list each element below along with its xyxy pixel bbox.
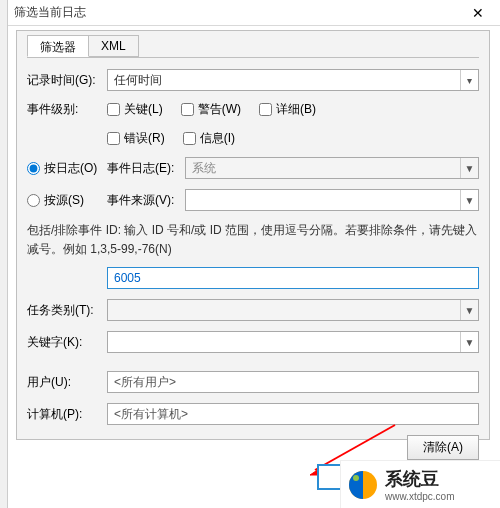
label-event-source: 事件来源(V): [107, 192, 185, 209]
watermark: 系统豆 www.xtdpc.com [340, 460, 500, 508]
radio-by-source[interactable]: 按源(S) [27, 192, 107, 209]
user-input[interactable]: <所有用户> [107, 371, 479, 393]
event-id-input[interactable]: 6005 [107, 267, 479, 289]
tab-xml[interactable]: XML [88, 35, 139, 57]
chk-critical[interactable]: 关键(L) [107, 101, 163, 118]
label-logged-time: 记录时间(G): [27, 72, 107, 89]
chevron-down-icon: ▼ [460, 332, 478, 352]
event-source-select[interactable]: ▼ [185, 189, 479, 211]
brand-name: 系统豆 [385, 467, 454, 491]
dialog-panel: 筛选器 XML 记录时间(G): 任何时间 ▾ 事件级别: 关键(L) 警告(W… [16, 30, 490, 440]
chk-information[interactable]: 信息(I) [183, 130, 235, 147]
radio-by-log[interactable]: 按日志(O) [27, 160, 107, 177]
task-category-select[interactable]: ▼ [107, 299, 479, 321]
close-button[interactable]: ✕ [456, 0, 500, 26]
close-icon: ✕ [472, 5, 484, 21]
chk-error[interactable]: 错误(R) [107, 130, 165, 147]
label-user: 用户(U): [27, 374, 107, 391]
label-event-level: 事件级别: [27, 101, 107, 118]
window-title: 筛选当前日志 [14, 4, 86, 21]
keywords-select[interactable]: ▼ [107, 331, 479, 353]
label-task-category: 任务类别(T): [27, 302, 107, 319]
label-event-log: 事件日志(E): [107, 160, 185, 177]
label-keywords: 关键字(K): [27, 334, 107, 351]
tab-filter[interactable]: 筛选器 [27, 35, 89, 57]
chk-warning[interactable]: 警告(W) [181, 101, 241, 118]
title-bar: 筛选当前日志 ✕ [8, 0, 500, 26]
logo-icon [349, 471, 377, 499]
logged-time-select[interactable]: 任何时间 ▾ [107, 69, 479, 91]
chk-verbose[interactable]: 详细(B) [259, 101, 316, 118]
chevron-down-icon: ▼ [460, 158, 478, 178]
event-log-select[interactable]: 系统 ▼ [185, 157, 479, 179]
event-log-value: 系统 [192, 160, 216, 177]
clear-button[interactable]: 清除(A) [407, 435, 479, 460]
chevron-down-icon: ▼ [460, 190, 478, 210]
chevron-down-icon: ▾ [460, 70, 478, 90]
chevron-down-icon: ▼ [460, 300, 478, 320]
event-id-instruction: 包括/排除事件 ID: 输入 ID 号和/或 ID 范围，使用逗号分隔。若要排除… [27, 221, 479, 259]
label-computer: 计算机(P): [27, 406, 107, 423]
computer-input[interactable]: <所有计算机> [107, 403, 479, 425]
tab-strip: 筛选器 XML [27, 35, 479, 57]
brand-url: www.xtdpc.com [385, 491, 454, 502]
logged-time-value: 任何时间 [114, 72, 162, 89]
